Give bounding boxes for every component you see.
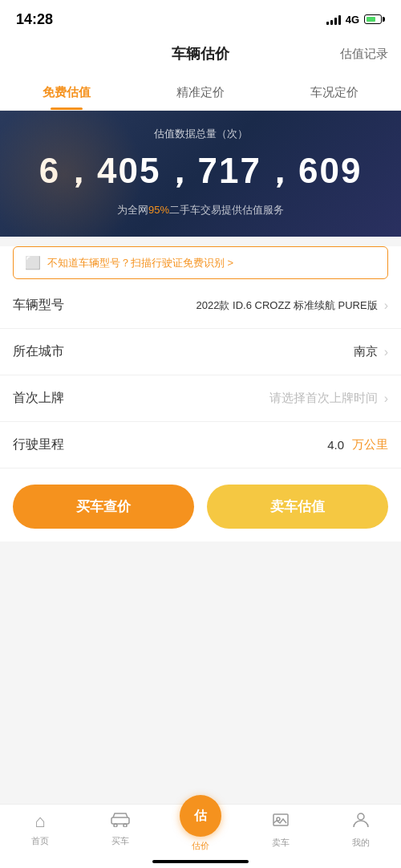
vehicle-type-arrow: › (384, 298, 388, 313)
status-bar: 14:28 4G (0, 0, 401, 35)
mileage-row[interactable]: 行驶里程 4.0 万公里 (0, 422, 401, 468)
signal-icon (326, 14, 341, 25)
vehicle-type-row[interactable]: 车辆型号 2022款 ID.6 CROZZ 标准续航 PURE版 › (0, 282, 401, 329)
svg-point-1 (114, 824, 117, 827)
city-label: 所在城市 (13, 343, 85, 360)
nav-buy-car[interactable]: 买车 (80, 811, 160, 852)
tab-bar: 免费估值 精准定价 车况定价 (0, 75, 401, 111)
status-icons: 4G (326, 14, 385, 26)
nav-sell-car[interactable]: 卖车 (241, 811, 321, 852)
hero-description: 为全网95%二手车交易提供估值服务 (16, 203, 385, 217)
action-buttons: 买车查价 卖车估值 (0, 468, 401, 541)
nav-home[interactable]: ⌂ 首页 (0, 811, 80, 852)
scan-hint-text: 不知道车辆型号？扫描行驶证免费识别 > (47, 256, 233, 270)
mileage-unit: 万公里 (352, 437, 388, 452)
home-icon: ⌂ (34, 811, 45, 832)
valuation-icon: 估 (194, 808, 207, 825)
hero-subtitle: 估值数据总量（次） (16, 127, 385, 141)
nav-valuation-circle: 估 (180, 795, 221, 837)
hero-number: 6，405，717，609 (16, 148, 385, 195)
mine-icon (352, 811, 370, 834)
hero-banner: 估值数据总量（次） 6，405，717，609 为全网95%二手车交易提供估值服… (0, 111, 401, 237)
home-indicator (152, 860, 249, 863)
svg-point-4 (358, 813, 364, 820)
battery-icon (364, 14, 385, 24)
first-plate-label: 首次上牌 (13, 390, 85, 407)
record-link[interactable]: 估值记录 (340, 47, 388, 62)
buy-car-icon (111, 811, 130, 832)
svg-rect-0 (111, 817, 129, 824)
scan-icon: ⬜ (25, 255, 41, 270)
city-row[interactable]: 所在城市 南京 › (0, 329, 401, 375)
vehicle-type-label: 车辆型号 (13, 297, 85, 314)
bottom-nav: ⌂ 首页 买车 估 估价 卖车 (0, 804, 401, 868)
nav-mine[interactable]: 我的 (321, 811, 401, 852)
buy-price-button[interactable]: 买车查价 (13, 485, 194, 529)
nav-valuation[interactable]: 估 估价 (160, 811, 241, 852)
page-title: 车辆估价 (172, 44, 229, 63)
tab-precise-pricing[interactable]: 精准定价 (134, 75, 268, 110)
city-value: 南京 (85, 344, 381, 359)
nav-home-label: 首页 (31, 835, 49, 847)
first-plate-arrow: › (384, 391, 388, 406)
first-plate-row[interactable]: 首次上牌 请选择首次上牌时间 › (0, 375, 401, 422)
mileage-value: 4.0 (85, 438, 347, 452)
nav-bar: 车辆估价 估值记录 (0, 35, 401, 75)
svg-point-3 (277, 817, 280, 821)
mileage-label: 行驶里程 (13, 436, 85, 453)
nav-mine-label: 我的 (352, 837, 370, 849)
sell-car-icon (271, 811, 290, 834)
svg-point-2 (124, 824, 127, 827)
vehicle-type-value: 2022款 ID.6 CROZZ 标准续航 PURE版 (85, 298, 381, 313)
tab-condition-pricing[interactable]: 车况定价 (267, 75, 401, 110)
first-plate-value: 请选择首次上牌时间 (85, 391, 381, 406)
content-spacer (0, 541, 401, 702)
tab-free-valuation[interactable]: 免费估值 (0, 75, 134, 110)
network-type: 4G (346, 14, 359, 26)
nav-buy-car-label: 买车 (111, 835, 129, 847)
status-time: 14:28 (16, 11, 53, 28)
form-area: ⬜ 不知道车辆型号？扫描行驶证免费识别 > 车辆型号 2022款 ID.6 CR… (0, 246, 401, 541)
nav-sell-car-label: 卖车 (272, 837, 290, 849)
city-arrow: › (384, 345, 388, 359)
scan-hint-row[interactable]: ⬜ 不知道车辆型号？扫描行驶证免费识别 > (13, 246, 388, 279)
sell-valuation-button[interactable]: 卖车估值 (207, 485, 388, 529)
nav-valuation-label: 估价 (192, 840, 209, 852)
